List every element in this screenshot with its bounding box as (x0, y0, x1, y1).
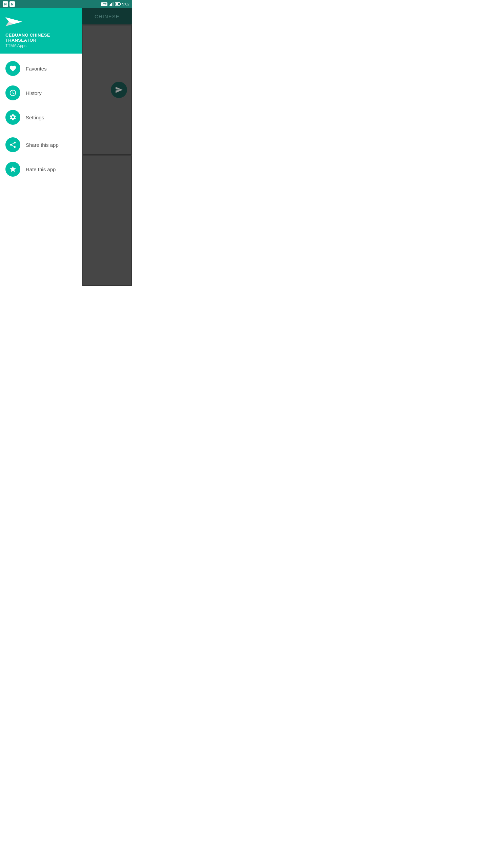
star-icon (9, 165, 17, 173)
settings-label: Settings (26, 115, 44, 120)
clock: 9:02 (122, 2, 129, 6)
battery-icon (115, 2, 121, 6)
heart-icon (9, 65, 17, 72)
sidebar-item-favorites[interactable]: Favorites (0, 56, 82, 81)
rate-icon-circle (5, 162, 20, 177)
drawer-scrim[interactable] (82, 8, 132, 286)
history-icon-circle (5, 85, 20, 100)
gear-icon (9, 114, 17, 121)
sidebar-item-history[interactable]: History (0, 81, 82, 105)
app-subtitle: TTMA Apps (5, 43, 77, 48)
status-right: LTE 9:02 (101, 2, 129, 6)
clock-icon (9, 89, 17, 97)
settings-icon-circle (5, 110, 20, 125)
app-title: CEBUANO CHINESE TRANSLATOR (5, 33, 77, 43)
status-bar: N N LTE 9:02 (0, 0, 132, 8)
drawer-header: CEBUANO CHINESE TRANSLATOR TTMA Apps (0, 8, 82, 54)
main-layout: CEBUANO CHINESE TRANSLATOR TTMA Apps Fav… (0, 8, 132, 286)
sidebar-item-rate[interactable]: Rate this app (0, 157, 82, 181)
sidebar-item-settings[interactable]: Settings (0, 105, 82, 130)
rate-label: Rate this app (26, 166, 56, 172)
app-logo (5, 15, 22, 28)
favorites-icon-circle (5, 61, 20, 76)
share-icon (9, 141, 17, 149)
lte-badge: LTE (101, 2, 107, 6)
drawer-menu: Favorites History Settings (0, 54, 82, 286)
status-left: N N (3, 1, 15, 7)
drawer: CEBUANO CHINESE TRANSLATOR TTMA Apps Fav… (0, 8, 82, 286)
app-info: CEBUANO CHINESE TRANSLATOR TTMA Apps (5, 33, 77, 48)
favorites-label: Favorites (26, 66, 47, 72)
notification-icon-2: N (9, 1, 15, 7)
share-label: Share this app (26, 142, 59, 148)
menu-divider (0, 131, 82, 131)
share-icon-circle (5, 137, 20, 152)
notification-icon-1: N (3, 1, 8, 7)
signal-icon (109, 2, 114, 6)
sidebar-item-share[interactable]: Share this app (0, 133, 82, 157)
history-label: History (26, 90, 42, 96)
